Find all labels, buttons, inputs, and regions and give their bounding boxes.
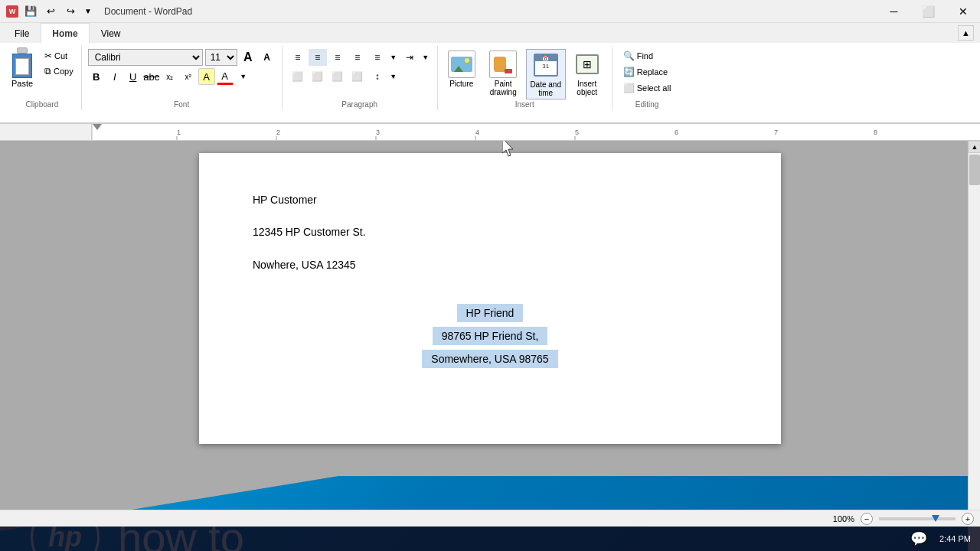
bold-button[interactable]: B [88,68,105,85]
font-name-select[interactable]: Calibri [88,49,203,66]
para-align-left[interactable]: ⬜ [289,68,307,85]
insertobj-button[interactable]: ⊞ Insert object [567,49,607,99]
save-quickaccess[interactable]: 💾 [23,4,38,19]
picture-button[interactable]: Picture [443,49,481,99]
align-right-btn[interactable]: ≡ [328,49,347,66]
font-shrink-button[interactable]: A [259,49,276,66]
justify-btn[interactable]: ≡ [348,49,367,66]
find-label: Find [637,51,653,60]
svg-text:5: 5 [575,129,579,136]
zoom-in-btn[interactable]: + [962,513,974,525]
list-dropdown[interactable]: ▼ [388,49,399,66]
para-align-center[interactable]: ⬜ [309,68,327,85]
zoom-slider[interactable] [879,517,956,520]
window-title: Document - WordPad [104,6,192,17]
zoom-level: 100% [833,514,854,523]
paint-button[interactable]: Paint drawing [482,49,524,99]
replace-button[interactable]: 🔄 Replace [619,65,672,79]
insert-group: Picture Paint drawing 📅 [438,46,612,110]
italic-button[interactable]: I [106,68,123,85]
line-spacing-dropdown[interactable]: ▼ [388,68,399,85]
left-indent-marker[interactable] [93,124,102,130]
status-bar: 100% − + [0,510,980,527]
sender-address: 12345 HP Customer St. [253,223,727,240]
ribbon-collapse-btn[interactable]: ▲ [958,25,974,41]
paste-button[interactable]: Paste [5,46,40,90]
recipient-city: Somewhere, USA 98765 [422,350,557,368]
svg-text:2: 2 [276,129,280,136]
font-group: Calibri 11 A A B I U abc x₂ x² A A ▼ Fon… [82,46,283,110]
editing-group: 🔍 Find 🔄 Replace ⬜ Select all Editing [612,46,682,110]
tab-file[interactable]: File [3,23,41,43]
paragraph-group: ≡ ≡ ≡ ≡ ≡ ▼ ⇥ ▼ ⬜ ⬜ ⬜ ⬜ ↕ ▼ Paragraph [283,46,438,110]
document-area[interactable]: HP Customer 12345 HP Customer St. Nowher… [0,141,980,551]
datetime-button[interactable]: 📅 31 Date and time [526,49,566,99]
align-left-btn[interactable]: ≡ [289,49,307,66]
para-justify2[interactable]: ⬜ [348,68,367,85]
highlight-button[interactable]: A [198,68,215,85]
copy-button[interactable]: ⧉ Copy [41,64,77,78]
datetime-label: Date and time [528,80,564,97]
para-align-right[interactable]: ⬜ [328,68,347,85]
clipboard-group: Paste ✂ Cut ⧉ Copy Clipboard [3,46,82,110]
quickaccess-dropdown[interactable]: ▼ [83,4,93,19]
font-grow-button[interactable]: A [240,49,256,66]
sender-name: HP Customer [253,191,727,208]
font-size-select[interactable]: 11 [205,49,237,66]
undo-button[interactable]: ↩ [43,4,58,19]
insertobj-label: Insert object [569,80,606,96]
zoom-out-btn[interactable]: − [861,513,873,525]
paragraph-label: Paragraph [341,100,377,109]
paste-label: Paste [11,79,33,88]
close-button[interactable]: ✕ [946,0,980,23]
redo-button[interactable]: ↪ [63,4,78,19]
underline-button[interactable]: U [125,68,142,85]
svg-text:1: 1 [177,129,181,136]
find-button[interactable]: 🔍 Find [619,49,658,63]
replace-label: Replace [637,67,668,77]
selectall-button[interactable]: ⬜ Select all [619,81,676,95]
maximize-button[interactable]: ⬜ [911,0,946,23]
insert-label: Insert [515,100,534,109]
clipboard-label: Clipboard [25,100,58,109]
tab-view[interactable]: View [90,23,132,43]
svg-text:8: 8 [874,129,877,136]
vertical-scrollbar[interactable]: ▲ ▼ [968,141,980,551]
selectall-label: Select all [637,83,671,93]
document-page[interactable]: HP Customer 12345 HP Customer St. Nowher… [199,153,781,444]
svg-text:4: 4 [475,129,479,136]
fontcolor-button[interactable]: A [217,68,234,85]
superscript-button[interactable]: x² [180,68,197,85]
minimize-button[interactable]: ─ [877,0,911,23]
svg-text:7: 7 [774,129,778,136]
align-center-btn[interactable]: ≡ [309,49,327,66]
editing-label: Editing [635,100,659,109]
svg-marker-13 [502,141,513,156]
recipient-section: HP Friend 98765 HP Friend St, Somewhere,… [253,304,727,368]
chat-icon[interactable]: 💬 [910,530,927,547]
picture-label: Picture [449,80,473,88]
time-display: 2:44 PM [939,534,971,543]
tab-home[interactable]: Home [41,23,89,43]
line-spacing-btn[interactable]: ↕ [368,68,387,85]
cut-label: Cut [54,51,67,60]
recipient-name: HP Friend [457,304,524,322]
cut-button[interactable]: ✂ Cut [41,49,77,63]
svg-text:3: 3 [376,129,380,136]
copy-label: Copy [54,67,74,76]
fontcolor-dropdown[interactable]: ▼ [235,68,252,85]
list-btn[interactable]: ≡ [368,49,387,66]
app-icon: W [6,5,18,18]
svg-text:6: 6 [675,129,678,136]
strikethrough-button[interactable]: abc [143,68,160,85]
indent-dropdown[interactable]: ▼ [420,49,431,66]
subscript-button[interactable]: x₂ [162,68,178,85]
clock-display: 2:44 PM [939,534,971,543]
scroll-thumb[interactable] [969,155,980,185]
indent-btn[interactable]: ⇥ [400,49,419,66]
sender-city: Nowhere, USA 12345 [253,256,727,273]
font-label: Font [174,100,189,109]
paint-label: Paint drawing [484,80,523,96]
scroll-up-btn[interactable]: ▲ [969,141,980,153]
taskbar: 💬 2:44 PM [0,527,980,551]
